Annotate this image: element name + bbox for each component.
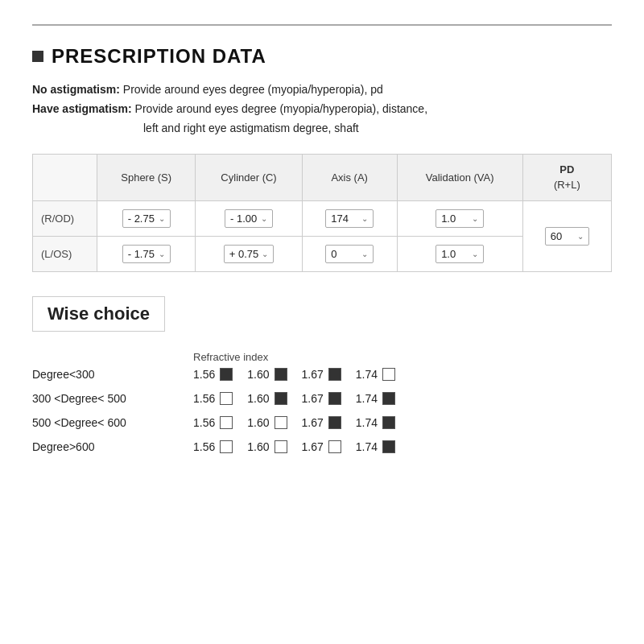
ri-index-label: 1.56: [193, 392, 215, 405]
sphere-rod-dropdown[interactable]: - 2.75 ⌄: [122, 209, 171, 228]
ri-item: 1.56: [193, 392, 233, 405]
ri-item: 1.56: [193, 416, 233, 429]
ri-item: 1.67: [302, 440, 341, 453]
ri-checkbox-0-3[interactable]: [382, 368, 395, 381]
ri-checkbox-1-2[interactable]: [328, 392, 341, 405]
validation-los-dropdown[interactable]: 1.0 ⌄: [436, 245, 484, 263]
cylinder-los-cell: + 0.75 ⌄: [196, 236, 302, 271]
pd-cell: 60 ⌄: [522, 200, 611, 271]
no-astigmatism-label: No astigmatism:: [32, 83, 120, 96]
axis-rod-cell: 174 ⌄: [302, 200, 397, 236]
have-astigmatism-line: Have astigmatism: Provide around eyes de…: [32, 100, 612, 119]
ri-item: 1.74: [356, 368, 395, 381]
ri-index-label: 1.60: [247, 440, 269, 453]
axis-los-cell: 0 ⌄: [302, 236, 397, 271]
sphere-los-chevron-icon: ⌄: [159, 250, 165, 258]
col-header-cylinder: Cylinder (C): [196, 155, 302, 200]
validation-rod-dropdown[interactable]: 1.0 ⌄: [436, 209, 484, 228]
validation-los-chevron-icon: ⌄: [472, 250, 478, 258]
col-header-axis: Axis (A): [302, 155, 397, 200]
ri-item: 1.60: [247, 440, 287, 453]
sphere-rod-cell: - 2.75 ⌄: [97, 200, 196, 236]
have-astigmatism-label: Have astigmatism:: [32, 102, 132, 115]
ri-row-3: Degree>600 1.56 1.60 1.67 1.74: [32, 440, 612, 453]
axis-los-chevron-icon: ⌄: [361, 250, 368, 258]
table-row: (R/OD) - 2.75 ⌄ - 1.00 ⌄ 174 ⌄: [33, 200, 612, 236]
ri-index-label: 1.60: [247, 392, 269, 405]
table-header-row: Sphere (S) Cylinder (C) Axis (A) Validat…: [33, 155, 612, 200]
axis-rod-value: 174: [331, 213, 349, 225]
ri-checkbox-2-0[interactable]: [220, 416, 233, 429]
validation-rod-chevron-icon: ⌄: [472, 214, 478, 223]
validation-los-cell: 1.0 ⌄: [397, 236, 522, 271]
have-astigmatism-text: Provide around eyes degree (myopia/hyper…: [132, 102, 427, 115]
ri-checkbox-3-1[interactable]: [275, 440, 287, 453]
wise-choice-title: Wise choice: [32, 296, 165, 332]
title-square-icon: [32, 51, 43, 62]
ri-header-row: Refractive index: [32, 351, 612, 363]
ri-index-label: 1.67: [302, 368, 324, 381]
ri-row-label-1: 300 <Degree< 500: [32, 392, 193, 405]
top-divider: [32, 24, 612, 26]
ri-item: 1.60: [247, 392, 287, 405]
ri-index-label: 1.56: [193, 416, 215, 429]
ri-item: 1.67: [302, 392, 341, 405]
description-block: No astigmatism: Provide around eyes degr…: [32, 80, 612, 138]
ri-checkbox-3-0[interactable]: [220, 440, 233, 453]
sphere-rod-value: - 2.75: [128, 213, 155, 225]
col-header-sphere: Sphere (S): [97, 155, 196, 200]
ri-row-1: 300 <Degree< 500 1.56 1.60 1.67 1.74: [32, 392, 612, 405]
ri-item: 1.67: [302, 416, 341, 429]
ri-index-label: 1.56: [193, 368, 215, 381]
ri-checkbox-0-1[interactable]: [275, 368, 287, 381]
ri-row-2: 500 <Degree< 600 1.56 1.60 1.67 1.74: [32, 416, 612, 429]
ri-checkbox-0-0[interactable]: [220, 368, 233, 381]
ri-checkbox-1-1[interactable]: [275, 392, 287, 405]
ri-values-1: 1.56 1.60 1.67 1.74: [193, 392, 612, 405]
ri-item: 1.60: [247, 368, 287, 381]
ri-checkbox-1-0[interactable]: [220, 392, 233, 405]
ri-values-0: 1.56 1.60 1.67 1.74: [193, 368, 612, 381]
validation-los-value: 1.0: [441, 248, 456, 260]
have-astigmatism-text2: left and right eye astigmatism degree, s…: [143, 122, 359, 134]
cylinder-los-value: + 0.75: [229, 248, 259, 260]
row-label-rod: (R/OD): [33, 200, 97, 236]
sphere-rod-chevron-icon: ⌄: [159, 214, 165, 223]
ri-checkbox-3-3[interactable]: [382, 440, 395, 453]
sphere-los-dropdown[interactable]: - 1.75 ⌄: [122, 245, 171, 263]
ri-checkbox-3-2[interactable]: [328, 440, 341, 453]
col-header-validation: Validation (VA): [397, 155, 522, 200]
ri-index-label: 1.74: [356, 416, 378, 429]
cylinder-rod-dropdown[interactable]: - 1.00 ⌄: [225, 209, 273, 228]
row-label-los: (L/OS): [33, 236, 97, 271]
ri-checkbox-2-2[interactable]: [328, 416, 341, 429]
ri-checkbox-2-3[interactable]: [382, 416, 395, 429]
section-title-container: PRESCRIPTION DATA: [32, 45, 612, 68]
ri-item: 1.60: [247, 416, 287, 429]
axis-rod-chevron-icon: ⌄: [361, 214, 368, 223]
ri-item: 1.56: [193, 368, 233, 381]
cylinder-los-chevron-icon: ⌄: [262, 250, 268, 258]
col-header-empty: [33, 155, 97, 200]
section-title: PRESCRIPTION DATA: [52, 45, 266, 68]
cylinder-los-dropdown[interactable]: + 0.75 ⌄: [224, 245, 275, 263]
have-astigmatism-line2: left and right eye astigmatism degree, s…: [32, 119, 612, 138]
cylinder-rod-chevron-icon: ⌄: [261, 214, 267, 223]
ri-checkbox-0-2[interactable]: [328, 368, 341, 381]
ri-values-2: 1.56 1.60 1.67 1.74: [193, 416, 612, 429]
no-astigmatism-line: No astigmatism: Provide around eyes degr…: [32, 80, 612, 100]
pd-dropdown[interactable]: 60 ⌄: [545, 227, 589, 246]
ri-checkbox-2-1[interactable]: [275, 416, 287, 429]
ri-header-label: Refractive index: [193, 351, 268, 363]
pd-chevron-icon: ⌄: [577, 232, 584, 241]
ri-index-label: 1.74: [356, 368, 378, 381]
prescription-table: Sphere (S) Cylinder (C) Axis (A) Validat…: [32, 154, 612, 271]
axis-los-dropdown[interactable]: 0 ⌄: [325, 245, 374, 263]
sphere-los-cell: - 1.75 ⌄: [97, 236, 196, 271]
ri-checkbox-1-3[interactable]: [382, 392, 395, 405]
ri-index-label: 1.56: [193, 440, 215, 453]
validation-rod-value: 1.0: [441, 213, 456, 225]
sphere-los-value: - 1.75: [128, 248, 155, 260]
axis-rod-dropdown[interactable]: 174 ⌄: [325, 209, 374, 228]
ri-index-label: 1.60: [247, 416, 269, 429]
